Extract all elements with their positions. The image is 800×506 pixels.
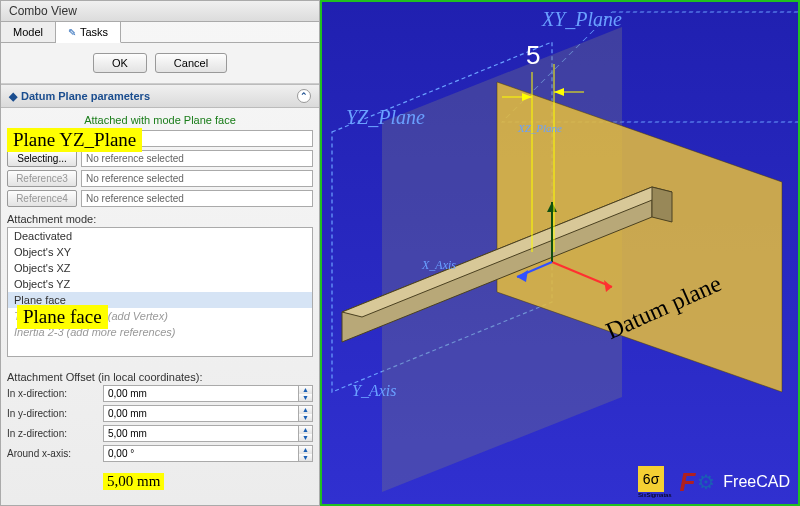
mode-yz[interactable]: Object's YZ xyxy=(8,276,312,292)
sixsigma-label: SixSigmatas xyxy=(638,492,671,498)
freecad-label: FreeCAD xyxy=(723,473,790,491)
offset-x-spinner[interactable]: ▲▼ xyxy=(103,385,313,402)
around-x-label: Around x-axis: xyxy=(7,448,97,459)
offset-y-input[interactable] xyxy=(104,406,298,421)
freecad-f-icon: F xyxy=(679,467,695,498)
tab-bar: Model ✎Tasks xyxy=(1,22,319,43)
dialog-buttons: OK Cancel xyxy=(1,43,319,84)
viewport-y-axis-label: Y_Axis xyxy=(352,382,396,400)
offset-z-label: In z-direction: xyxy=(7,428,97,439)
down-icon[interactable]: ▼ xyxy=(299,434,312,442)
ref3-input[interactable] xyxy=(81,170,313,187)
offset-z-input[interactable] xyxy=(104,426,298,441)
viewport-xy-label: XY_Plane xyxy=(542,8,622,31)
around-x-spinner[interactable]: ▲▼ xyxy=(103,445,313,462)
offset-y-spinner[interactable]: ▲▼ xyxy=(103,405,313,422)
tab-model[interactable]: Model xyxy=(1,22,56,42)
viewport-xz-small-label: XZ_Plane xyxy=(518,122,562,134)
ok-button[interactable]: OK xyxy=(93,53,147,73)
combo-view-panel: Combo View Model ✎Tasks OK Cancel ◆Datum… xyxy=(0,0,320,506)
attached-status: Attached with mode Plane face xyxy=(7,114,313,126)
task-body: Attached with mode Plane face Plane Sele… xyxy=(1,108,319,505)
cancel-button[interactable]: Cancel xyxy=(155,53,227,73)
dimension-value: 5 xyxy=(526,40,540,71)
mode-deactivated[interactable]: Deactivated xyxy=(8,228,312,244)
freecad-gear-icon: ⚙ xyxy=(697,470,715,494)
sixsigma-icon: 6σ xyxy=(638,466,664,492)
tab-tasks[interactable]: ✎Tasks xyxy=(56,22,121,43)
up-icon[interactable]: ▲ xyxy=(299,406,312,414)
down-icon[interactable]: ▼ xyxy=(299,394,312,402)
tab-tasks-label: Tasks xyxy=(80,26,108,38)
ref1-input[interactable] xyxy=(81,130,313,147)
mode-xy[interactable]: Object's XY xyxy=(8,244,312,260)
ref1-button[interactable]: Plane xyxy=(7,130,77,147)
attachment-mode-list[interactable]: Deactivated Object's XY Object's XZ Obje… xyxy=(7,227,313,357)
viewport-x-axis-label: X_Axis xyxy=(422,258,456,273)
mode-label: Attachment mode: xyxy=(7,213,313,225)
offset-header: Attachment Offset (in local coordinates)… xyxy=(7,371,313,383)
offset-z-spinner[interactable]: ▲▼ xyxy=(103,425,313,442)
offset-y-label: In y-direction: xyxy=(7,408,97,419)
around-x-input[interactable] xyxy=(104,446,298,461)
up-icon[interactable]: ▲ xyxy=(299,386,312,394)
up-icon[interactable]: ▲ xyxy=(299,446,312,454)
ref4-input[interactable] xyxy=(81,190,313,207)
diamond-icon: ◆ xyxy=(9,90,17,102)
panel-title: Combo View xyxy=(1,1,319,22)
ref4-button[interactable]: Reference4 xyxy=(7,190,77,207)
mode-plane-face[interactable]: Plane face xyxy=(8,292,312,308)
down-icon[interactable]: ▼ xyxy=(299,454,312,462)
mode-tangent[interactable]: Tangent to surface (add Vertex) xyxy=(8,308,312,324)
3d-viewport[interactable]: XY_Plane YZ_Plane XZ_Plane X_Axis Y_Axis… xyxy=(320,0,800,506)
watermark: 6σ SixSigmatas F ⚙ FreeCAD xyxy=(638,466,790,498)
pencil-icon: ✎ xyxy=(68,27,76,38)
section-title: Datum Plane parameters xyxy=(21,90,150,102)
mode-inertia[interactable]: Inertia 2-3 (add more references) xyxy=(8,324,312,340)
section-header[interactable]: ◆Datum Plane parameters ⌃ xyxy=(1,84,319,108)
up-icon[interactable]: ▲ xyxy=(299,426,312,434)
scene-svg xyxy=(322,2,800,506)
offset-x-input[interactable] xyxy=(104,386,298,401)
ref2-input[interactable] xyxy=(81,150,313,167)
ref3-button[interactable]: Reference3 xyxy=(7,170,77,187)
collapse-icon[interactable]: ⌃ xyxy=(297,89,311,103)
mode-xz[interactable]: Object's XZ xyxy=(8,260,312,276)
ref2-button[interactable]: Selecting... xyxy=(7,150,77,167)
svg-marker-6 xyxy=(652,187,672,222)
viewport-yz-label: YZ_Plane xyxy=(346,106,425,129)
down-icon[interactable]: ▼ xyxy=(299,414,312,422)
offset-x-label: In x-direction: xyxy=(7,388,97,399)
